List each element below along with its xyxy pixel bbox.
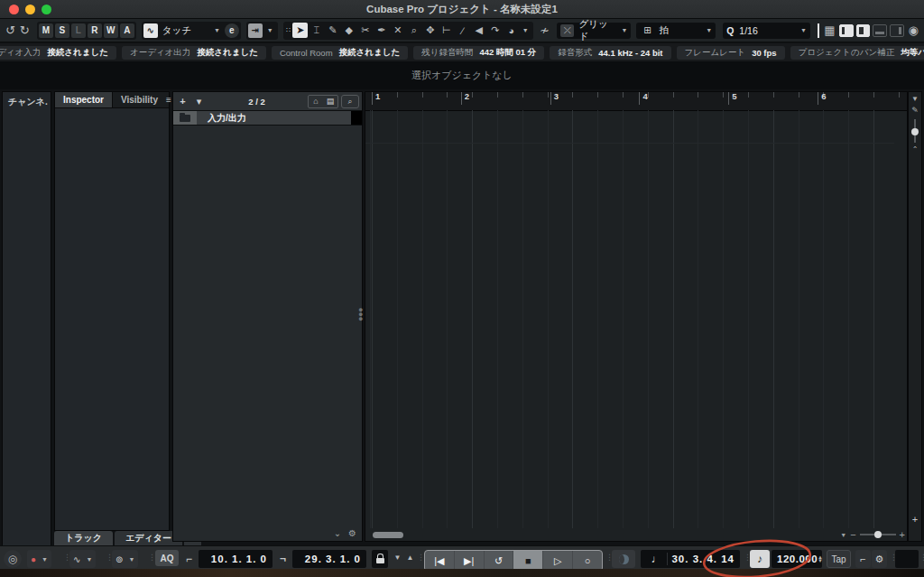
track-row[interactable]: 入力/出力 <box>173 111 362 126</box>
glue-tool[interactable]: ✒ <box>374 23 389 38</box>
split-tool[interactable]: ✂ <box>357 23 373 38</box>
arrange-grid[interactable] <box>365 110 894 528</box>
zoom-in-icon[interactable]: + <box>900 529 905 540</box>
status-chip[interactable]: フレームレート 30 fps <box>677 46 785 60</box>
search-track-icon[interactable]: ⌕ <box>341 95 359 108</box>
track-state-button[interactable]: M <box>39 23 53 38</box>
panel-divider-handle[interactable]: ●●● <box>358 308 363 321</box>
color-tool[interactable]: ◕ <box>504 23 519 38</box>
tap-tempo-button[interactable]: Tap <box>827 550 851 568</box>
inspector-zone-toggle[interactable] <box>856 24 871 37</box>
status-chip[interactable]: 残り録音時間 442 時間 01 分 <box>413 46 544 60</box>
edit-channel-button[interactable]: e <box>225 23 239 38</box>
left-locator-icon[interactable]: ⌐ <box>186 553 192 565</box>
ruler-bar[interactable]: 3 <box>550 92 640 105</box>
onscreen-keyboard-icon[interactable]: ▦ <box>823 23 836 37</box>
home-icon[interactable]: ⌂ <box>309 96 323 107</box>
autoscroll-icon[interactable]: ⇥ <box>248 23 263 38</box>
tempo-display[interactable]: 120.000 ▲▼ <box>772 550 822 568</box>
zoom-preset-icon[interactable]: ▼ <box>840 532 846 538</box>
horizontal-scrollbar-thumb[interactable] <box>373 532 403 538</box>
pencil-icon[interactable]: ✎ <box>911 106 919 115</box>
track-state-button[interactable]: L <box>71 23 86 38</box>
lower-zone-toggle[interactable] <box>873 24 887 37</box>
ruler-bar[interactable]: 4 <box>639 92 728 105</box>
audio-record-mode-dropdown[interactable]: ∿ ▼ <box>69 550 96 568</box>
chevron-down-icon[interactable]: ⌄ <box>334 528 341 538</box>
right-locator-display[interactable]: 29. 3. 1. 0 <box>292 550 366 568</box>
tab-inspector[interactable]: Inspector <box>55 92 113 107</box>
tab-visibility[interactable]: Visibility <box>113 92 166 107</box>
left-locator-display[interactable]: 10. 1. 1. 0 <box>199 550 273 568</box>
quantize-dropdown[interactable]: Q 1/16 ▼ <box>723 23 810 39</box>
goto-next-marker-button[interactable]: ▶| <box>455 551 485 571</box>
track-state-button[interactable]: W <box>104 23 118 38</box>
vertical-zoom-in-icon[interactable]: + <box>912 514 918 525</box>
vertical-zoom-thumb[interactable] <box>911 128 919 135</box>
folder-chip[interactable] <box>173 111 197 125</box>
goto-previous-marker-button[interactable]: |◀ <box>425 551 455 571</box>
zoom-tool[interactable]: ⌕ <box>406 23 421 38</box>
snap-type-dropdown[interactable]: ⤫ グリッド ▼ <box>557 23 631 39</box>
right-zone-toggle[interactable] <box>890 24 904 37</box>
time-warp-tool[interactable]: ⊢ <box>439 23 454 38</box>
hand-tool[interactable]: ✥ <box>422 23 438 38</box>
tempo-stepper[interactable]: ▲▼ <box>818 555 823 563</box>
inspector-menu-icon[interactable]: ≡ <box>166 95 171 105</box>
record-mode-dropdown[interactable]: ● ▼ <box>27 550 51 568</box>
grid-type-dropdown[interactable]: ⊞ 拍 ▼ <box>636 23 716 39</box>
stop-button[interactable]: ■ <box>513 551 543 571</box>
gear-icon[interactable]: ⚙ <box>872 550 887 568</box>
play-tool[interactable]: ◀ <box>471 23 486 38</box>
zoom-slider[interactable] <box>860 534 896 535</box>
scroll-up-icon[interactable]: ⌃ <box>912 145 919 154</box>
mute-tool[interactable]: ✕ <box>390 23 405 38</box>
tempo-track-button[interactable]: ♪ <box>750 550 770 568</box>
draw-tool[interactable]: ✎ <box>325 23 340 38</box>
setup-toolbar-icon[interactable]: ◉ <box>907 23 920 37</box>
timeline-ruler[interactable]: 123456 <box>365 92 907 111</box>
right-locator-icon[interactable]: ¬ <box>280 553 286 565</box>
track-visibility-icon[interactable]: ▾ <box>192 95 206 108</box>
titlebar[interactable]: Cubase Pro プロジェクト - 名称未設定1 <box>0 0 924 19</box>
status-chip[interactable]: 録音形式 44.1 kHz - 24 bit <box>550 46 670 60</box>
ruler-bar[interactable]: 5 <box>728 92 818 105</box>
ruler-options-icon[interactable]: ▼ <box>911 95 919 103</box>
range-selection-tool[interactable]: ⌶ <box>309 23 324 38</box>
status-chip[interactable]: オーディオ入力 接続されました <box>0 46 116 60</box>
ruler-bar[interactable]: 2 <box>461 92 550 105</box>
minimize-window-button[interactable] <box>25 5 35 14</box>
cycle-button[interactable]: ↺ <box>485 551 514 571</box>
add-track-icon[interactable]: + <box>176 95 189 108</box>
vertical-zoom-slider[interactable] <box>914 119 916 143</box>
line-tool[interactable]: ∕ <box>455 23 470 38</box>
undo-icon[interactable]: ↺ <box>4 23 17 37</box>
play-button[interactable]: ▷ <box>543 551 573 571</box>
chevron-down-icon[interactable]: ▼ <box>263 27 277 33</box>
position-display[interactable]: ♩ 30. 3. 4. 14 <box>641 550 740 568</box>
list-icon[interactable]: ▤ <box>323 96 337 107</box>
constrain-delay-icon[interactable]: ◎ <box>4 550 22 568</box>
status-chip[interactable]: Control Room 接続されました <box>272 46 408 60</box>
zoom-out-icon[interactable]: − <box>850 529 855 540</box>
automation-mode-dropdown[interactable]: タッチ ▼ <box>159 23 224 39</box>
left-zone-toggle[interactable] <box>839 24 854 37</box>
snap-to-zero-icon[interactable]: ≁ <box>538 23 551 37</box>
automation-icon[interactable]: ∿ <box>143 23 158 38</box>
redo-icon[interactable]: ↻ <box>17 23 31 37</box>
sync-display[interactable] <box>895 550 919 568</box>
auto-quantize-button[interactable]: AQ <box>155 550 179 566</box>
track-state-button[interactable]: R <box>88 23 102 38</box>
ruler-bar[interactable]: 1 <box>372 92 461 105</box>
gear-icon[interactable]: ⚙ <box>348 528 356 538</box>
record-button[interactable]: ○ <box>573 551 602 571</box>
zoom-slider-thumb[interactable] <box>874 531 882 538</box>
punch-lock-button[interactable] <box>372 550 388 568</box>
track-state-button[interactable]: S <box>55 23 69 38</box>
object-selection-tool[interactable]: ➤ <box>292 23 308 38</box>
erase-tool[interactable]: ◆ <box>341 23 356 38</box>
zoom-window-button[interactable] <box>42 5 51 14</box>
midi-record-mode-dropdown[interactable]: ⊚ ▼ <box>112 550 138 568</box>
click-state-icon[interactable] <box>612 550 635 568</box>
close-window-button[interactable] <box>9 5 19 14</box>
